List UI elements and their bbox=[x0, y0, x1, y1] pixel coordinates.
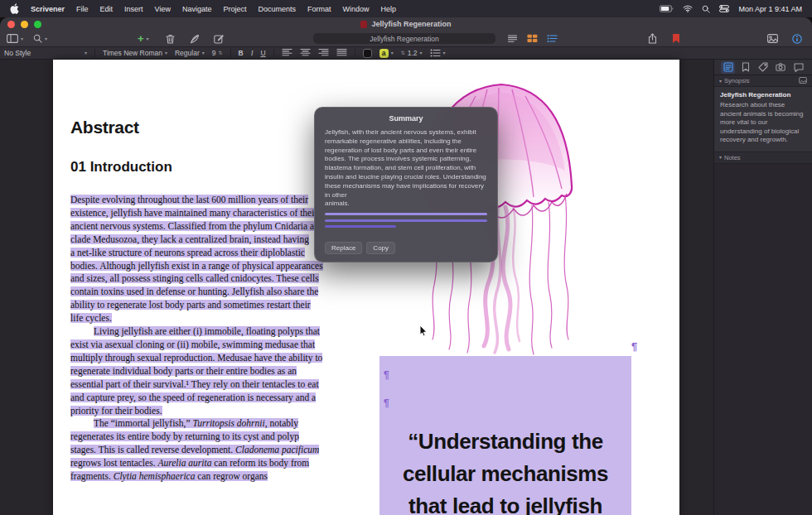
progress-bar bbox=[325, 225, 396, 228]
style-dropdown[interactable]: No Style ▾ bbox=[4, 49, 87, 57]
synopsis-section-header[interactable]: ▾ Synopsis bbox=[714, 75, 812, 87]
apple-menu-icon[interactable] bbox=[10, 3, 19, 14]
control-center-icon[interactable] bbox=[719, 5, 729, 12]
menu-item-documents[interactable]: Documents bbox=[258, 5, 296, 13]
list-format-dropdown[interactable]: ▾ bbox=[430, 49, 446, 57]
summary-popup: Summary Jellyfish, with their ancient ne… bbox=[314, 107, 498, 262]
bold-button[interactable]: B bbox=[239, 49, 244, 57]
menu-item-insert[interactable]: Insert bbox=[124, 5, 143, 13]
chevron-down-icon: ▾ bbox=[420, 51, 423, 55]
menu-item-file[interactable]: File bbox=[76, 5, 89, 13]
minimize-button[interactable] bbox=[21, 21, 28, 28]
tab-bookmarks[interactable] bbox=[738, 61, 752, 74]
font-variant-dropdown[interactable]: Regular ▾ bbox=[175, 49, 205, 57]
view-mode-outline-button[interactable] bbox=[547, 31, 558, 46]
highlight-color-chip: a bbox=[379, 49, 389, 58]
toggle-binder-button[interactable]: ▾ bbox=[7, 31, 23, 46]
pilcrow-mark: ¶ bbox=[384, 369, 389, 381]
menu-item-format[interactable]: Format bbox=[307, 5, 331, 13]
project-doc-icon bbox=[360, 21, 367, 28]
quick-reference-pen-button[interactable] bbox=[190, 31, 200, 46]
tab-snapshots[interactable] bbox=[774, 61, 788, 74]
highlighted-text: The “immortal jellyfish,” Turritopsis do… bbox=[70, 418, 319, 481]
underline-button[interactable]: U bbox=[261, 49, 266, 57]
tab-notes-synopsis[interactable] bbox=[721, 61, 735, 74]
media-view-button[interactable] bbox=[767, 31, 778, 46]
chevron-down-icon: ▾ bbox=[719, 155, 722, 160]
inspector-tab-bar bbox=[714, 60, 812, 75]
battery-icon[interactable] bbox=[660, 5, 674, 12]
synopsis-image-icon[interactable] bbox=[799, 77, 807, 85]
chevron-down-icon: ▾ bbox=[443, 51, 446, 55]
chevron-down-icon: ▾ bbox=[21, 36, 23, 41]
tab-comments[interactable] bbox=[791, 61, 805, 74]
add-item-button[interactable]: + ▾ bbox=[138, 31, 149, 46]
copy-button[interactable]: Copy bbox=[366, 242, 395, 254]
font-size-stepper[interactable]: 9 ⇅ bbox=[212, 49, 223, 57]
align-left-button[interactable] bbox=[282, 48, 292, 58]
search-button[interactable]: ▾ bbox=[33, 31, 47, 46]
desktop: Scrivener File Edit Insert View Navigate… bbox=[0, 0, 812, 515]
text-color-well[interactable] bbox=[363, 49, 372, 58]
notes-section-header[interactable]: ▾ Notes bbox=[714, 152, 812, 164]
wifi-icon[interactable] bbox=[683, 5, 693, 12]
menu-clock[interactable]: Mon Apr 1 9:41 AM bbox=[738, 5, 802, 13]
spotlight-icon[interactable] bbox=[702, 5, 710, 13]
menu-item-scrivener[interactable]: Scrivener bbox=[31, 5, 65, 13]
inspector-toggle-button[interactable] bbox=[792, 31, 802, 46]
synopsis-card-title: Jellyfish Regeneration bbox=[714, 87, 812, 101]
close-button[interactable] bbox=[7, 21, 15, 28]
notes-area[interactable] bbox=[714, 164, 812, 495]
highlighted-text: Despite evolving throughout the last 600… bbox=[70, 195, 324, 323]
heading-abstract: Abstract bbox=[70, 118, 326, 137]
stepper-icon: ⇅ bbox=[219, 51, 223, 55]
view-mode-document-button[interactable] bbox=[507, 31, 518, 46]
line-spacing-dropdown[interactable]: ⇅ 1.2 ▾ bbox=[401, 49, 423, 57]
bookmark-flag-button[interactable] bbox=[673, 31, 679, 46]
paragraph-1[interactable]: Despite evolving throughout the last 600… bbox=[70, 194, 326, 325]
stepper-icon: ⇅ bbox=[401, 51, 405, 55]
replace-button[interactable]: Replace bbox=[325, 242, 362, 254]
pilcrow-mark: ¶ bbox=[631, 341, 637, 352]
menu-item-help[interactable]: Help bbox=[381, 5, 397, 13]
align-center-button[interactable] bbox=[300, 48, 311, 58]
trash-button[interactable] bbox=[166, 31, 175, 46]
plus-icon: + bbox=[138, 33, 144, 44]
menu-item-navigate[interactable]: Navigate bbox=[182, 5, 212, 13]
summary-popup-title: Summary bbox=[315, 114, 497, 123]
empty-line: ¶ bbox=[379, 369, 631, 397]
menu-item-view[interactable]: View bbox=[155, 5, 171, 13]
window-title: Jellyfish Regeneration bbox=[371, 20, 451, 28]
menu-item-edit[interactable]: Edit bbox=[100, 5, 114, 13]
share-button[interactable] bbox=[648, 31, 657, 46]
toolbar: ▾ ▾ + ▾ Jellyfish Regeneration bbox=[0, 31, 812, 46]
toolbar-search-field[interactable]: Jellyfish Regeneration bbox=[313, 33, 495, 44]
paragraph-3[interactable]: The “immortal jellyfish,” Turritopsis do… bbox=[70, 417, 326, 484]
align-justify-button[interactable] bbox=[336, 48, 347, 58]
highlighted-text: Living jellyfish are either (i) immobile… bbox=[70, 326, 322, 415]
tab-metadata[interactable] bbox=[756, 61, 771, 74]
notes-label: Notes bbox=[724, 154, 741, 161]
synopsis-card[interactable]: Jellyfish Regeneration Research about th… bbox=[714, 87, 812, 152]
synopsis-card-text[interactable]: Research about these ancient animals is … bbox=[714, 101, 812, 152]
font-family-dropdown[interactable]: Times New Roman ▾ bbox=[103, 49, 167, 57]
align-right-button[interactable] bbox=[318, 48, 329, 58]
compose-button[interactable] bbox=[214, 31, 225, 46]
highlight-color-button[interactable]: a ▾ bbox=[379, 49, 394, 58]
scrivener-window: Jellyfish Regeneration ▾ ▾ + ▾ bbox=[0, 17, 812, 515]
zoom-button[interactable] bbox=[34, 21, 41, 28]
format-bar: No Style ▾ Times New Roman ▾ Regular ▾ 9… bbox=[0, 46, 812, 60]
chevron-down-icon: ▾ bbox=[165, 51, 167, 55]
chevron-down-icon: ▾ bbox=[202, 51, 205, 55]
paragraph-2[interactable]: Living jellyfish are either (i) immobile… bbox=[70, 325, 326, 417]
menu-item-window[interactable]: Window bbox=[343, 5, 370, 13]
italic-button[interactable]: I bbox=[251, 49, 254, 57]
window-titlebar[interactable]: Jellyfish Regeneration bbox=[0, 17, 812, 31]
pull-quote-block[interactable]: ¶ ¶ “Understanding the cellular mechanis… bbox=[379, 356, 631, 515]
chevron-down-icon: ▾ bbox=[719, 79, 722, 84]
chevron-down-icon: ▾ bbox=[147, 36, 149, 41]
menu-item-project[interactable]: Project bbox=[223, 5, 246, 13]
bookmark-flag-icon bbox=[673, 34, 679, 43]
view-mode-corkboard-button[interactable] bbox=[527, 31, 538, 46]
progress-bar bbox=[325, 219, 487, 222]
